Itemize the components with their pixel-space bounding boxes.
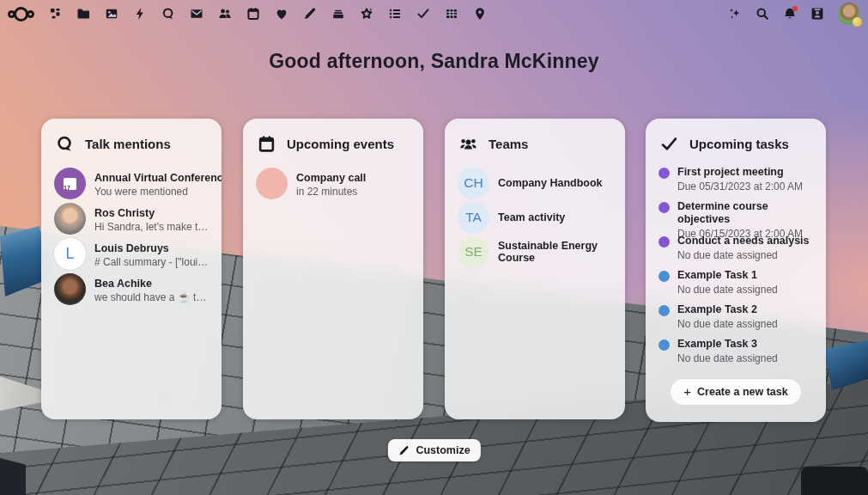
- widget-title: Talk mentions: [85, 137, 171, 151]
- mention-message: Hi Sandra, let's make this hap…: [94, 221, 209, 233]
- tasks-check-icon: [660, 135, 678, 153]
- event-time: in 22 minutes: [296, 186, 366, 198]
- mention-title: Ros Christy: [94, 207, 155, 219]
- files-folder-icon[interactable]: [76, 7, 90, 21]
- mention-item[interactable]: Bea Achikewe should have a ☕ together …: [54, 272, 209, 307]
- mention-item[interactable]: Ros ChristyHi Sandra, let's make this ha…: [54, 201, 209, 236]
- mention-message: # Call summary - ["louis","san…: [94, 256, 209, 268]
- deck-icon[interactable]: [331, 7, 345, 21]
- user-status-emoji: [853, 17, 862, 27]
- task-due: No due date assigned: [677, 284, 778, 296]
- team-item[interactable]: SE Sustainable Energy Course: [458, 235, 612, 269]
- task-item[interactable]: Example Task 1No due date assigned: [659, 269, 813, 303]
- widget-header: Teams: [445, 119, 625, 153]
- mention-item[interactable]: L Louis Debruys# Call summary - ["louis"…: [54, 236, 209, 272]
- task-due: No due date assigned: [677, 318, 778, 330]
- event-title: Company call: [296, 172, 366, 184]
- mention-title: Louis Debruys: [94, 242, 169, 254]
- task-item[interactable]: First project meetingDue 05/31/2023 at 2…: [659, 166, 813, 200]
- task-color-dot: [659, 305, 670, 316]
- search-icon[interactable]: [756, 7, 769, 21]
- notifications-bell-icon[interactable]: [783, 7, 797, 21]
- task-item[interactable]: Example Task 3No due date assigned: [659, 338, 813, 372]
- widget-talk-mentions: Talk mentions 17 Annual Virtual Conferen…: [41, 119, 222, 419]
- initial-avatar: L: [54, 238, 86, 270]
- favorites-heart-icon[interactable]: [275, 7, 288, 21]
- widget-title: Upcoming events: [287, 137, 394, 151]
- task-item[interactable]: Example Task 2No due date assigned: [659, 303, 813, 338]
- team-initials-avatar: TA: [458, 202, 489, 234]
- greeting-heading: Good afternoon, Sandra McKinney: [0, 50, 868, 73]
- topbar-right-controls: [728, 3, 860, 25]
- task-list: First project meetingDue 05/31/2023 at 2…: [646, 166, 826, 405]
- event-item[interactable]: Company callin 22 minutes: [256, 166, 410, 201]
- task-color-dot: [659, 202, 670, 213]
- mention-item[interactable]: 17 Annual Virtual ConferenceYou were men…: [54, 166, 209, 201]
- tasks-list-icon[interactable]: [388, 7, 402, 21]
- notes-pencil-icon[interactable]: [303, 7, 317, 21]
- widget-header: Upcoming events: [243, 119, 423, 153]
- task-due: No due date assigned: [677, 352, 778, 364]
- conversation-avatar-calendar: 17: [54, 168, 86, 199]
- widget-title: Teams: [489, 137, 528, 151]
- team-initials-avatar: SE: [458, 236, 489, 268]
- talk-icon: [56, 135, 74, 153]
- nextcloud-dashboard: Good afternoon, Sandra McKinney Talk men…: [0, 0, 868, 495]
- mention-title: Annual Virtual Conference: [94, 172, 222, 184]
- logo-circle-right: [27, 10, 34, 18]
- task-due: No due date assigned: [677, 249, 810, 261]
- team-initials-avatar: CH: [458, 168, 489, 199]
- tasks-check-icon[interactable]: [416, 7, 430, 21]
- mention-message: we should have a ☕ together …: [94, 291, 209, 303]
- customize-label: Customize: [416, 444, 470, 456]
- maps-pin-icon[interactable]: [473, 7, 487, 21]
- dashboard-icon[interactable]: [48, 7, 62, 21]
- task-color-dot: [659, 168, 670, 179]
- widget-header: Talk mentions: [41, 119, 222, 153]
- pencil-icon: [398, 445, 409, 456]
- event-avatar: [256, 168, 288, 199]
- task-item[interactable]: Determine course objectivesDue 06/15/202…: [659, 200, 813, 235]
- widget-header: Upcoming tasks: [646, 119, 826, 153]
- task-title: Example Task 1: [677, 269, 778, 282]
- contacts-icon[interactable]: [218, 7, 232, 21]
- widget-teams: Teams CH Company Handbook TA Team activi…: [445, 119, 625, 419]
- background-window-corner-right: [801, 467, 868, 495]
- task-color-dot: [659, 271, 670, 282]
- team-name: Team activity: [498, 211, 565, 223]
- task-title: First project meeting: [677, 166, 803, 179]
- mail-icon[interactable]: [190, 7, 203, 21]
- task-title: Example Task 2: [677, 303, 778, 316]
- talk-icon[interactable]: [161, 7, 175, 21]
- task-title: Example Task 3: [677, 338, 778, 351]
- mention-message: You were mentioned: [94, 186, 209, 198]
- assistant-sparkles-icon[interactable]: [728, 7, 742, 21]
- user-photo-avatar: [54, 203, 86, 235]
- notification-badge: [792, 6, 798, 11]
- contacts-menu-icon[interactable]: [810, 7, 824, 21]
- team-item[interactable]: TA Team activity: [458, 200, 612, 235]
- user-photo-avatar: [54, 273, 86, 305]
- mention-title: Bea Achike: [94, 278, 152, 290]
- task-color-dot: [659, 236, 670, 248]
- customize-button[interactable]: Customize: [387, 439, 480, 461]
- widget-title: Upcoming tasks: [689, 137, 789, 151]
- top-navigation-bar: [0, 0, 868, 28]
- event-list: Company callin 22 minutes: [243, 166, 423, 201]
- tables-icon[interactable]: [445, 7, 458, 21]
- collectives-icon[interactable]: [360, 7, 373, 21]
- calendar-icon[interactable]: [246, 7, 260, 21]
- nextcloud-logo[interactable]: [8, 7, 34, 21]
- widget-upcoming-tasks: Upcoming tasks First project meetingDue …: [646, 119, 826, 422]
- task-due: Due 05/31/2023 at 2:00 AM: [677, 180, 803, 192]
- create-new-task-button[interactable]: + Create a new task: [671, 379, 800, 405]
- team-item[interactable]: CH Company Handbook: [458, 166, 612, 200]
- user-avatar[interactable]: [838, 3, 860, 25]
- task-item[interactable]: Conduct a needs analysisNo due date assi…: [659, 235, 813, 269]
- create-task-label: Create a new task: [697, 386, 788, 398]
- task-title: Determine course objectives: [677, 200, 813, 226]
- app-icon-strip: [48, 7, 487, 21]
- widget-upcoming-events: Upcoming events Company callin 22 minute…: [243, 119, 423, 419]
- photos-icon[interactable]: [105, 7, 118, 21]
- activity-icon[interactable]: [133, 7, 147, 21]
